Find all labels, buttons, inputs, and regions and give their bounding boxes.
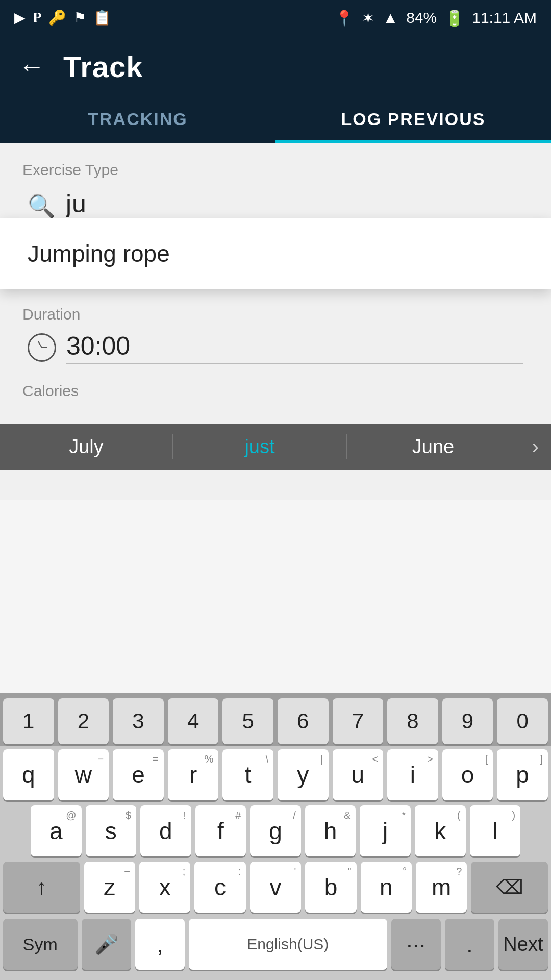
key-r[interactable]: %r <box>168 749 219 800</box>
key-c[interactable]: :c <box>194 862 245 913</box>
keyboard-row-bottom: Sym 🎤 , English(US) ··· . Next <box>0 916 551 980</box>
status-bar: ▶ 𝐏 🔑 ⚑ 📋 📍 ✶ ▲ 84% 🔋 11:11 AM <box>0 0 551 36</box>
suggestion-more-icon[interactable]: › <box>519 434 551 459</box>
exercise-search-input[interactable] <box>66 189 523 223</box>
autocomplete-dropdown: Jumping rope <box>0 218 551 289</box>
search-icon: 🔍 <box>28 193 56 219</box>
key-h[interactable]: &h <box>305 805 356 856</box>
youtube-icon: ▶ <box>14 11 26 25</box>
battery-text: 84% <box>406 9 437 27</box>
autocomplete-item[interactable]: Jumping rope <box>0 218 551 289</box>
key-l[interactable]: )l <box>470 805 521 856</box>
status-right: 📍 ✶ ▲ 84% 🔋 11:11 AM <box>335 9 537 27</box>
key-s[interactable]: $s <box>86 805 137 856</box>
header: ← Track <box>0 36 551 97</box>
calories-label: Calories <box>22 382 529 400</box>
key-y[interactable]: |y <box>278 749 329 800</box>
key-m[interactable]: ?m <box>416 862 467 913</box>
key-z[interactable]: −z <box>84 862 135 913</box>
key-9[interactable]: 9 <box>442 698 493 744</box>
keyboard-number-row: 1 2 3 4 5 6 7 8 9 0 <box>0 693 551 746</box>
pinterest-icon: 𝐏 <box>33 11 41 25</box>
clipboard-icon: 📋 <box>93 11 111 25</box>
key-o[interactable]: [o <box>442 749 493 800</box>
key-k[interactable]: (k <box>415 805 466 856</box>
time-display: 11:11 AM <box>472 9 537 27</box>
key-x[interactable]: ;x <box>139 862 190 913</box>
key-5[interactable]: 5 <box>222 698 273 744</box>
key-u[interactable]: <u <box>333 749 384 800</box>
key-shift[interactable]: ↑ <box>3 862 80 913</box>
status-icons: ▶ 𝐏 🔑 ⚑ 📋 <box>14 11 111 25</box>
key-sym[interactable]: Sym <box>3 919 78 970</box>
tab-tracking[interactable]: TRACKING <box>0 97 276 141</box>
page-title: Track <box>63 50 143 84</box>
flag-icon: ⚑ <box>73 11 86 25</box>
key-t[interactable]: \t <box>222 749 273 800</box>
tab-log-previous[interactable]: LOG PREVIOUS <box>276 97 551 141</box>
key-f[interactable]: #f <box>195 805 246 856</box>
key-w[interactable]: −w <box>58 749 109 800</box>
key-7[interactable]: 7 <box>333 698 384 744</box>
key-8[interactable]: 8 <box>387 698 438 744</box>
key-mic[interactable]: 🎤 <box>82 919 131 970</box>
key-g[interactable]: /g <box>250 805 301 856</box>
duration-label: Duration <box>22 306 529 323</box>
tabs: TRACKING LOG PREVIOUS <box>0 97 551 143</box>
key-n[interactable]: °n <box>361 862 412 913</box>
key-b[interactable]: "b <box>305 862 356 913</box>
next-button[interactable]: Next <box>498 919 548 970</box>
key-a[interactable]: @a <box>31 805 82 856</box>
key-backspace[interactable]: ⌫ <box>471 862 548 913</box>
location-icon: 📍 <box>335 9 354 27</box>
bluetooth-icon: ✶ <box>362 9 374 27</box>
keyboard: 1 2 3 4 5 6 7 8 9 0 q −w =e %r \t |y <u … <box>0 693 551 980</box>
key-6[interactable]: 6 <box>278 698 329 744</box>
key-p[interactable]: ]p <box>497 749 548 800</box>
keyboard-row-asdf: @a $s !d #f /g &h *j (k )l <box>0 803 551 859</box>
keyboard-row-qwerty: q −w =e %r \t |y <u >i [o ]p <box>0 746 551 803</box>
duration-value[interactable]: 30:00 <box>66 331 523 364</box>
key-v[interactable]: 'v <box>250 862 301 913</box>
key-4[interactable]: 4 <box>168 698 219 744</box>
exercise-type-label: Exercise Type <box>22 161 529 179</box>
key-comma[interactable]: , <box>135 919 185 970</box>
search-row: 🔍 <box>22 189 529 223</box>
key-2[interactable]: 2 <box>58 698 109 744</box>
keyboard-suggestions: July just June › <box>0 424 551 470</box>
ellipsis-icon: ··· <box>406 930 425 958</box>
keyboard-row-zxcv: ↑ −z ;x :c 'v "b °n ?m ⌫ <box>0 859 551 916</box>
key-q[interactable]: q <box>3 749 54 800</box>
key-dot[interactable]: . <box>445 919 494 970</box>
duration-clock-icon <box>28 333 56 362</box>
suggestion-july[interactable]: July <box>0 436 172 458</box>
battery-icon: 🔋 <box>445 9 464 27</box>
key-period[interactable]: ··· <box>391 919 441 970</box>
key-i[interactable]: >i <box>387 749 438 800</box>
key-3[interactable]: 3 <box>113 698 164 744</box>
key-tool-icon: 🔑 <box>48 11 66 25</box>
key-j[interactable]: *j <box>360 805 411 856</box>
key-0[interactable]: 0 <box>497 698 548 744</box>
signal-icon: ▲ <box>383 9 398 27</box>
key-d[interactable]: !d <box>140 805 191 856</box>
key-spacebar[interactable]: English(US) <box>189 919 387 970</box>
suggestion-june[interactable]: June <box>347 436 519 458</box>
key-1[interactable]: 1 <box>3 698 54 744</box>
suggestion-just[interactable]: just <box>173 436 346 458</box>
back-button[interactable]: ← <box>18 53 45 80</box>
key-e[interactable]: =e <box>113 749 164 800</box>
duration-row: 30:00 <box>22 331 529 364</box>
